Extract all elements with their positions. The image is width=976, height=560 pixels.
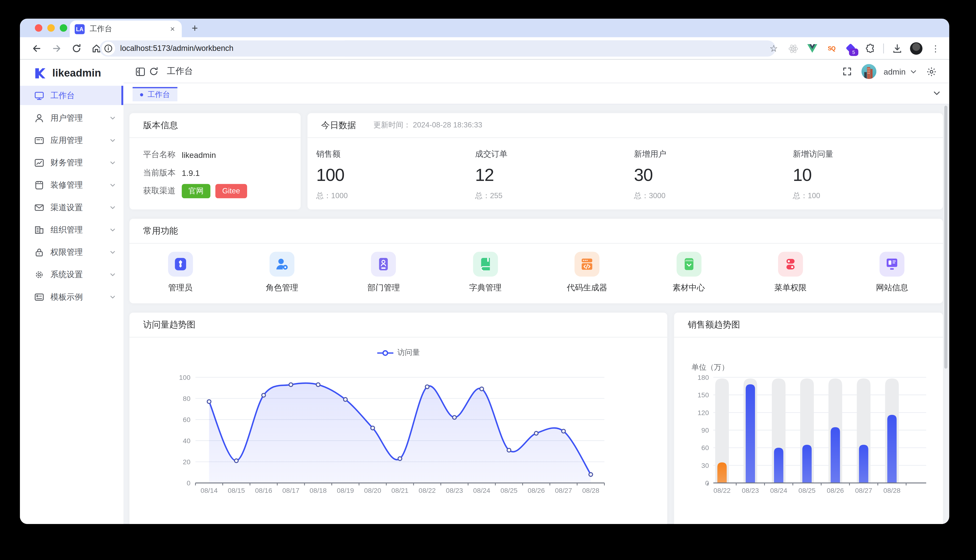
sidebar-item-label: 组织管理 [50,224,83,235]
minimize-window-button[interactable] [47,24,55,32]
quick-item-material[interactable]: 素材中心 [638,252,739,293]
svg-text:08/26: 08/26 [528,487,545,494]
extensions-puzzle-icon[interactable] [864,42,876,55]
user-chevron-down-icon[interactable] [909,65,917,78]
sidebar-item-template[interactable]: 模板示例 [20,287,123,307]
downloads-icon[interactable] [891,42,903,55]
sidebar-menu: 工作台用户管理应用管理财务管理装修管理渠道设置组织管理权限管理系统设置模板示例 [20,86,123,307]
logo-text: likeadmin [52,67,101,79]
decorate-icon [34,180,44,190]
sidebar-item-user[interactable]: 用户管理 [20,108,123,127]
svg-text:08/19: 08/19 [337,487,354,494]
version-row-label: 当前版本 [143,167,182,178]
svg-text:100: 100 [179,373,191,381]
website-icon [880,252,905,277]
svg-text:08/27: 08/27 [855,487,872,494]
svg-text:08/28: 08/28 [582,487,599,494]
dict-icon [473,252,498,277]
svg-text:08/28: 08/28 [883,487,900,494]
browser-profile-avatar[interactable] [910,42,923,55]
sidebar-item-settings[interactable]: 系统设置 [20,265,123,284]
settings-gear-icon[interactable] [924,65,938,78]
quick-item-label: 部门管理 [368,282,400,293]
quick-item-website[interactable]: 网站信息 [841,252,943,293]
chevron-down-icon [110,137,116,143]
stat-新增访问量: 新增访问量10总：100 [784,148,943,201]
svg-text:150: 150 [697,391,709,399]
quick-item-dept[interactable]: 部门管理 [333,252,435,293]
tab-close-icon[interactable]: × [168,24,177,33]
sidebar-item-decorate[interactable]: 装修管理 [20,175,123,195]
zoom-window-button[interactable] [60,24,67,32]
sidebar-item-app[interactable]: 应用管理 [20,130,123,150]
bookmark-star-icon[interactable]: ☆ [767,42,780,55]
quick-functions-card: 常用功能 管理员角色管理部门管理字典管理代码生成器素材中心菜单权限网站信息 [129,219,943,303]
quick-item-codegen[interactable]: 代码生成器 [536,252,638,293]
channel-button-Gitee[interactable]: Gitee [216,183,247,198]
browser-tab[interactable]: LA 工作台 × [70,20,182,37]
tab-favicon: LA [75,24,85,34]
org-icon [34,225,44,234]
sales-bar-chart[interactable]: 030609012015018008/2208/2308/2408/2508/2… [674,313,943,524]
new-tab-button[interactable]: + [187,20,203,37]
stat-label: 新增用户 [634,148,784,160]
svg-text:90: 90 [701,427,709,434]
tab-title: 工作台 [90,23,168,34]
svg-text:08/17: 08/17 [282,487,299,494]
username[interactable]: admin [884,67,906,76]
svg-text:20: 20 [183,458,191,466]
settings-icon [34,270,44,279]
svg-text:08/27: 08/27 [555,487,572,494]
collapse-sidebar-icon[interactable] [133,65,147,78]
desktop: LA 工作台 × + localhost:5173/admin/w [0,0,976,560]
react-devtools-icon[interactable] [787,42,799,55]
reload-icon[interactable] [69,40,85,56]
quick-item-label: 字典管理 [469,282,502,293]
tab-chip-label: 工作台 [147,90,170,100]
site-info-icon[interactable] [101,42,115,55]
tab-chip-workbench[interactable]: 工作台 [132,87,177,102]
refresh-page-icon[interactable] [147,65,160,78]
browser-menu-icon[interactable]: ⋮ [929,42,942,55]
stat-value: 12 [475,165,625,185]
user-avatar[interactable] [861,64,876,79]
stat-total: 总：255 [475,191,625,201]
logo[interactable]: likeadmin [20,60,123,86]
sidebar-item-org[interactable]: 组织管理 [20,220,123,239]
fullscreen-icon[interactable] [840,65,854,78]
sq-extension-icon[interactable]: SQ [826,42,838,55]
svg-text:30: 30 [701,462,709,469]
sidebar-item-label: 模板示例 [50,291,83,303]
tabs-chevron-down-icon[interactable] [933,89,941,100]
quick-item-dict[interactable]: 字典管理 [435,252,536,293]
sidebar-item-workbench[interactable]: 工作台 [20,86,123,105]
quick-item-label: 菜单权限 [774,282,807,293]
chevron-down-icon [110,249,116,255]
channel-button-官网[interactable]: 官网 [182,183,211,198]
visits-line-chart[interactable]: 02040608010008/1408/1508/1608/1708/1808/… [129,313,667,524]
breadcrumb: 工作台 [167,66,193,77]
sidebar-item-finance[interactable]: 财务管理 [20,153,123,172]
chevron-down-icon [110,115,116,121]
address-bar[interactable]: localhost:5173/admin/workbench [100,40,776,57]
svg-text:08/24: 08/24 [770,487,787,494]
quick-item-admin[interactable]: 管理员 [129,252,231,293]
vue-devtools-icon[interactable] [806,42,819,55]
svg-text:08/20: 08/20 [364,487,381,494]
stat-total: 总：100 [793,191,943,201]
content-scrollbar[interactable] [944,105,948,368]
stat-label: 销售额 [316,148,466,160]
visits-trend-card: 访问量趋势图 访问量 02040608010008/1408/1508/1608… [129,313,667,524]
sidebar-item-perm[interactable]: 权限管理 [20,242,123,262]
back-icon[interactable] [28,40,45,56]
quick-item-role[interactable]: 角色管理 [231,252,333,293]
sidebar-item-channel[interactable]: 渠道设置 [20,198,123,217]
svg-text:08/14: 08/14 [201,487,217,494]
close-window-button[interactable] [35,24,42,32]
quick-item-label: 网站信息 [876,282,908,293]
diamond-extension-icon[interactable]: 5 [845,42,857,55]
quick-item-menuauth[interactable]: 菜单权限 [740,252,841,293]
stat-成交订单: 成交订单12总：255 [466,148,625,201]
app-header: 工作台 admin [123,60,949,83]
forward-icon[interactable] [48,40,65,56]
